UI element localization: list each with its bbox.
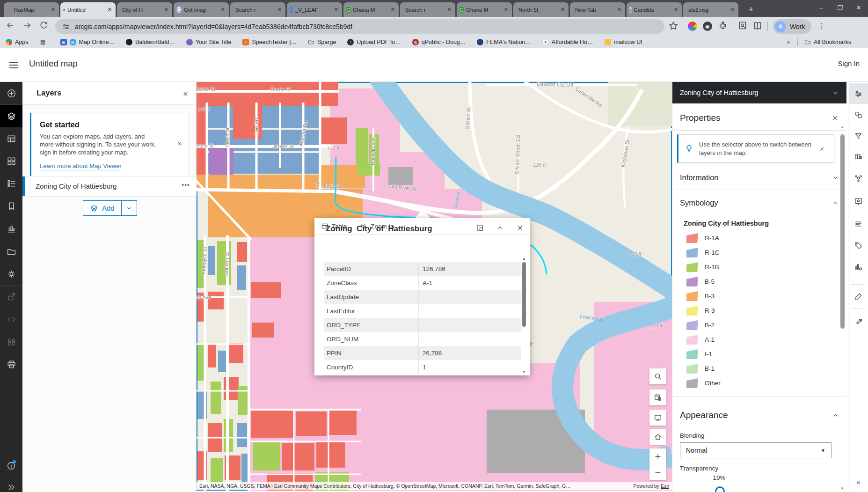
bookmark-item[interactable]: ▦ <box>40 39 49 45</box>
scroll-up-icon[interactable]: ▲ <box>522 257 526 261</box>
panel-scrollbar-thumb[interactable] <box>840 134 845 329</box>
scroll-down-icon[interactable]: ▼ <box>522 370 526 374</box>
panel-tab-effects[interactable] <box>849 147 868 167</box>
sidebar-item-basemap[interactable] <box>0 150 22 172</box>
sidebar-item-bookmarks[interactable] <box>0 195 22 217</box>
panel-tab-properties[interactable] <box>849 83 868 104</box>
popup-scrollbar-thumb[interactable] <box>522 262 526 327</box>
tab-close-icon[interactable]: ✕ <box>50 7 56 13</box>
map-map-tools-button[interactable] <box>649 389 666 405</box>
browser-tab-get-imag[interactable]: GGet imag✕ <box>174 2 229 17</box>
bookmark-item[interactable]: FEMA's Nation… <box>477 39 531 45</box>
add-layer-button[interactable]: Add <box>83 200 137 216</box>
panel-tab-sketch[interactable] <box>849 286 868 307</box>
tab-close-icon[interactable]: ✕ <box>107 7 113 13</box>
tab-close-icon[interactable]: ✕ <box>277 7 283 13</box>
sidebar-item-add-layer[interactable] <box>0 82 22 104</box>
map-zoom-out-button[interactable] <box>649 464 666 480</box>
bookmark-item[interactable]: qqPublic - Doug… <box>412 39 466 45</box>
close-get-started-icon[interactable] <box>175 139 185 149</box>
appearance-section[interactable]: Appearance <box>672 407 846 424</box>
browser-tab-untitled[interactable]: Untitled✕ <box>60 2 116 17</box>
browser-tab-ghana-m[interactable]: GGhana M✕ <box>457 2 512 17</box>
bookmark-item[interactable]: Baldwin/Bald… <box>126 39 175 45</box>
browser-tab-new-tab[interactable]: New Tab✕ <box>570 2 625 17</box>
map-title[interactable]: Untitled map <box>29 59 78 69</box>
browser-tab--v-leaf[interactable]: ≡_V_LEAF✕ <box>287 2 342 17</box>
map-search-button[interactable] <box>649 368 666 384</box>
map-canvas[interactable]: Currie StCurrie StJersey StJersey StLee … <box>197 82 672 491</box>
page-search-icon[interactable] <box>737 21 749 32</box>
map-default-extent-button[interactable] <box>649 429 666 445</box>
sidebar-item-charts[interactable] <box>0 217 22 240</box>
sidebar-item-map-properties[interactable] <box>0 263 22 285</box>
sign-in-button[interactable]: Sign In <box>838 59 860 67</box>
browser-tab-candida[interactable]: iCandida✕ <box>627 2 682 17</box>
bookmark-item[interactable]: ⊞◍Map Online… <box>60 39 115 45</box>
bookmark-item[interactable]: Apps <box>6 39 29 45</box>
bookmark-item[interactable]: ↑Upload PDF fo… <box>347 39 401 45</box>
reading-list-icon[interactable] <box>752 21 764 32</box>
browser-tab-ghana-m[interactable]: GGhana M✕ <box>343 2 399 17</box>
close-tip-icon[interactable] <box>817 144 827 154</box>
tab-close-icon[interactable]: ✕ <box>220 7 226 13</box>
bookmark-item[interactable]: ★Affordable Ho… <box>542 39 593 45</box>
bookmarks-overflow-icon[interactable]: » <box>787 39 790 45</box>
esri-link[interactable]: Esri <box>661 483 669 489</box>
reload-button[interactable] <box>39 21 51 33</box>
add-button-main[interactable]: Add <box>83 201 121 215</box>
bookmark-star-icon[interactable] <box>668 21 679 32</box>
layer-options-icon[interactable]: ••• <box>182 181 190 189</box>
close-window-button[interactable]: ✕ <box>849 0 868 17</box>
browser-tab-rasmap[interactable]: ✳RasMap✕ <box>4 2 59 17</box>
symbology-section[interactable]: Symbology <box>672 194 846 211</box>
blending-select[interactable]: Normal ▼ <box>680 442 832 458</box>
collapse-panel-button[interactable]: « <box>849 471 868 492</box>
site-settings-icon[interactable] <box>62 22 70 31</box>
sidebar-item-save[interactable] <box>0 240 22 263</box>
sidebar-item-share[interactable] <box>0 286 22 308</box>
layer-selector[interactable]: Zoning City of Hattiesburg <box>672 82 846 103</box>
collapse-popup-icon[interactable] <box>496 224 504 232</box>
panel-tab-pop-ups[interactable] <box>849 191 868 212</box>
sidebar-item-layers[interactable] <box>0 105 22 127</box>
close-popup-icon[interactable] <box>516 224 524 232</box>
scroll-down-icon[interactable]: ▼ <box>840 486 845 491</box>
browser-tab-ats2-nsg[interactable]: ats2.nsg✕ <box>683 2 738 17</box>
panel-tab-aggregation[interactable] <box>849 168 868 188</box>
map-zoom-in-button[interactable] <box>649 448 666 464</box>
information-section[interactable]: Information <box>672 169 846 186</box>
popup-scrollbar[interactable]: ▲ ▼ <box>522 257 526 374</box>
forward-button[interactable] <box>22 21 35 33</box>
panel-tab-styles[interactable] <box>849 104 868 125</box>
browser-tab-north-st[interactable]: North St✕ <box>513 2 569 17</box>
close-layers-panel-icon[interactable] <box>180 88 190 99</box>
map-screen-button[interactable] <box>649 410 666 426</box>
panel-tab-filter[interactable] <box>849 125 868 146</box>
menu-hamburger-icon[interactable] <box>7 59 20 71</box>
dock-popup-icon[interactable] <box>476 224 484 232</box>
layer-list-item[interactable]: Zoning City of Hattiesburg ••• <box>22 176 197 197</box>
tab-close-icon[interactable]: ✕ <box>673 7 679 13</box>
all-bookmarks-button[interactable]: All Bookmarks <box>804 39 851 45</box>
bookmark-item[interactable]: Your Site Title <box>186 39 232 45</box>
bookmark-item[interactable]: mailcow UI <box>605 39 642 45</box>
sidebar-item-print[interactable] <box>0 353 22 375</box>
panel-tab-charts[interactable] <box>849 257 868 277</box>
sidebar-item-legend[interactable] <box>0 172 22 195</box>
learn-more-link[interactable]: Learn more about Map Viewer <box>40 162 122 170</box>
sidebar-item-expand[interactable] <box>0 476 22 492</box>
maximize-button[interactable]: ❐ <box>831 0 849 17</box>
panel-tab-utilities[interactable] <box>849 310 868 331</box>
sidebar-item-embed[interactable] <box>0 308 22 330</box>
scroll-up-icon[interactable]: ▲ <box>840 125 845 129</box>
close-properties-icon[interactable] <box>832 114 839 122</box>
browser-tab-city-of-h[interactable]: City of H✕ <box>117 2 172 17</box>
url-bar[interactable]: arcgis.com/apps/mapviewer/index.html?lay… <box>55 19 664 34</box>
bookmark-item[interactable]: Sparge <box>308 39 336 45</box>
sidebar-item-info[interactable] <box>0 455 22 477</box>
sidebar-item-apps[interactable] <box>0 330 22 353</box>
color-wheel-extension-icon[interactable] <box>688 22 697 31</box>
profile-button[interactable]: ❄ Work <box>773 19 811 34</box>
extensions-puzzle-icon[interactable] <box>718 21 729 32</box>
